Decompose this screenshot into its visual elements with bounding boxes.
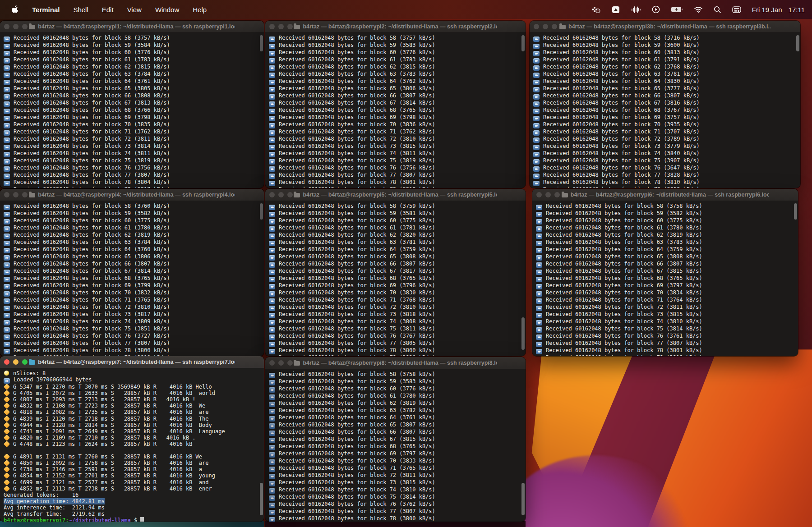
terminal-line: ▶▶Received 60162048 bytes for block 71 (… <box>533 128 800 136</box>
orange-diamond-icon <box>4 435 10 441</box>
wifi-icon[interactable] <box>694 6 703 13</box>
play-circle-icon[interactable] <box>652 5 660 14</box>
fast-forward-icon: ▶▶ <box>536 277 542 282</box>
received-text: Received 60162048 bytes for block 60 (37… <box>14 217 170 224</box>
menu-item-view[interactable]: View <box>127 6 142 14</box>
scrollbar-thumb[interactable] <box>260 203 263 220</box>
zoom-button[interactable] <box>552 24 557 29</box>
window-titlebar[interactable]: b4rtaz — b4rtaz@raspberrypi7: ~/distribu… <box>0 356 264 368</box>
minimize-button[interactable] <box>13 192 18 197</box>
menu-item-edit[interactable]: Edit <box>102 6 114 14</box>
zoom-button[interactable] <box>287 192 293 197</box>
terminal-output[interactable]: ▶▶Received 60162048 bytes for block 58 (… <box>265 33 526 188</box>
traffic-lights <box>4 356 28 368</box>
minimize-button[interactable] <box>278 192 284 197</box>
menu-item-terminal[interactable]: Terminal <box>32 6 60 14</box>
menu-clock[interactable]: Fri 19 Jan 17:11 <box>752 6 805 14</box>
received-text: Received 60162048 bytes for block 66 (38… <box>14 261 170 267</box>
menu-item-help[interactable]: Help <box>193 6 207 14</box>
minimize-button[interactable] <box>278 24 284 29</box>
zoom-button[interactable] <box>554 192 560 197</box>
terminal-line: ▶▶Received 60162048 bytes for block 63 (… <box>269 407 526 414</box>
terminal-line: Avg transfer time: 2719.62 ms <box>4 511 264 517</box>
terminal-window-pi7[interactable]: b4rtaz — b4rtaz@raspberrypi7: ~/distribu… <box>0 356 264 522</box>
window-titlebar[interactable]: b4rtaz — b4rtaz@raspberrypi1: ~/distribu… <box>0 21 264 33</box>
terminal-output[interactable]: ▶▶Received 60162048 bytes for block 58 (… <box>532 201 798 356</box>
fast-forward-icon: ▶▶ <box>4 277 10 282</box>
minimize-button[interactable] <box>545 192 551 197</box>
minimize-button[interactable] <box>13 24 18 29</box>
terminal-output[interactable]: ▶▶Received 60162048 bytes for block 58 (… <box>0 33 264 188</box>
received-text: Received 60162048 bytes for block 58 (37… <box>546 203 702 209</box>
window-titlebar[interactable]: b4rtaz — b4rtaz@raspberrypi4: ~/distribu… <box>0 189 264 201</box>
minimize-button[interactable] <box>13 359 18 365</box>
window-titlebar[interactable]: b4rtaz — b4rtaz@raspberrypi2: ~/distribu… <box>265 21 526 33</box>
terminal-line: ▶▶Received 60162048 bytes for block 71 (… <box>269 297 526 304</box>
line-text: G 4891 ms I 2131 ms T 2760 ms S 28857 kB… <box>13 454 202 460</box>
received-text: Received 60162048 bytes for block 61 (37… <box>14 225 170 231</box>
menu-item-window[interactable]: Window <box>155 6 179 14</box>
zoom-button[interactable] <box>22 192 28 197</box>
fast-forward-icon: ▶▶ <box>4 109 10 114</box>
terminal-window-pi8[interactable]: b4rtaz — b4rtaz@raspberrypi8: ~/distribu… <box>265 357 526 522</box>
scrollbar-thumb[interactable] <box>521 483 525 515</box>
terminal-line: ▶▶Received 60162048 bytes for block 66 (… <box>536 261 798 268</box>
received-text: Received 60162048 bytes for block 77 (38… <box>14 172 170 178</box>
terminal-line: G 4807 ms I 2093 ms T 2713 ms S 28857 kB… <box>4 396 264 403</box>
scrollbar-thumb[interactable] <box>521 317 525 350</box>
scrollbar-thumb[interactable] <box>796 35 799 51</box>
scrollbar-thumb[interactable] <box>260 483 263 515</box>
close-button[interactable] <box>269 360 275 366</box>
terminal-line: ▶▶Received 60162048 bytes for block 79 (… <box>536 354 798 356</box>
close-button[interactable] <box>534 24 539 29</box>
terminal-line: ▶▶Received 60162048 bytes for block 72 (… <box>536 304 798 311</box>
fast-forward-icon: ▶▶ <box>4 80 10 85</box>
zoom-button[interactable] <box>22 359 28 365</box>
zoom-button[interactable] <box>287 360 293 366</box>
minimize-button[interactable] <box>543 24 548 29</box>
close-button[interactable] <box>269 24 275 29</box>
terminal-line: ▶▶Received 60162048 bytes for block 67 (… <box>536 268 798 275</box>
terminal-output[interactable]: nSlices: 8▶▶Loaded 39706066944 bytesG 53… <box>0 368 264 522</box>
window-titlebar[interactable]: b4rtaz — b4rtaz@raspberrypi8: ~/distribu… <box>265 357 526 369</box>
zoom-button[interactable] <box>22 24 28 29</box>
terminal-output[interactable]: ▶▶Received 60162048 bytes for block 58 (… <box>530 33 800 188</box>
received-text: Received 60162048 bytes for block 74 (38… <box>14 318 170 325</box>
audio-waveform-icon[interactable] <box>631 6 641 14</box>
menu-item-shell[interactable]: Shell <box>73 6 88 14</box>
terminal-window-pi2[interactable]: b4rtaz — b4rtaz@raspberrypi2: ~/distribu… <box>265 21 526 188</box>
scrollbar-thumb[interactable] <box>521 35 525 51</box>
received-text: Received 60162048 bytes for block 71 (37… <box>14 128 170 135</box>
fast-forward-icon: ▶▶ <box>536 234 542 239</box>
close-button[interactable] <box>4 359 9 365</box>
close-button[interactable] <box>269 192 275 197</box>
scrollbar-thumb[interactable] <box>794 203 797 220</box>
updates-badge-icon[interactable] <box>591 5 601 14</box>
minimize-button[interactable] <box>278 360 284 366</box>
terminal-output[interactable]: ▶▶Received 60162048 bytes for block 58 (… <box>0 201 264 356</box>
terminal-window-pi4[interactable]: b4rtaz — b4rtaz@raspberrypi4: ~/distribu… <box>0 189 264 356</box>
terminal-line: ▶▶Received 60162048 bytes for block 71 (… <box>536 297 798 304</box>
battery-charging-icon[interactable] <box>671 6 683 13</box>
scrollbar-thumb[interactable] <box>260 35 263 51</box>
terminal-window-pi6[interactable]: b4rtaz — b4rtaz@raspberrypi6: ~/distribu… <box>532 189 798 356</box>
fast-forward-icon: ▶▶ <box>269 510 275 515</box>
fast-forward-icon: ▶▶ <box>536 320 542 325</box>
control-center-icon[interactable] <box>732 6 741 13</box>
window-titlebar[interactable]: b4rtaz — b4rtaz@raspberrypi5: ~/distribu… <box>265 189 526 201</box>
window-titlebar[interactable]: b4rtaz — b4rtaz@raspberrypi3b: ~/distrib… <box>530 21 800 33</box>
apple-menu[interactable] <box>11 5 18 14</box>
terminal-output[interactable]: ▶▶Received 60162048 bytes for block 58 (… <box>265 369 526 522</box>
close-button[interactable] <box>4 24 9 29</box>
window-titlebar[interactable]: b4rtaz — b4rtaz@raspberrypi6: ~/distribu… <box>532 189 798 201</box>
zoom-button[interactable] <box>287 24 293 29</box>
terminal-window-pi5[interactable]: b4rtaz — b4rtaz@raspberrypi5: ~/distribu… <box>265 189 526 356</box>
terminal-window-pi3b[interactable]: b4rtaz — b4rtaz@raspberrypi3b: ~/distrib… <box>530 21 800 188</box>
close-button[interactable] <box>4 192 9 197</box>
terminal-output[interactable]: ▶▶Received 60162048 bytes for block 58 (… <box>265 201 526 356</box>
close-button[interactable] <box>536 192 542 197</box>
alt-tab-icon[interactable] <box>612 6 620 14</box>
fast-forward-icon: ▶▶ <box>4 313 10 318</box>
spotlight-icon[interactable] <box>714 6 721 14</box>
terminal-window-pi1[interactable]: b4rtaz — b4rtaz@raspberrypi1: ~/distribu… <box>0 21 264 188</box>
